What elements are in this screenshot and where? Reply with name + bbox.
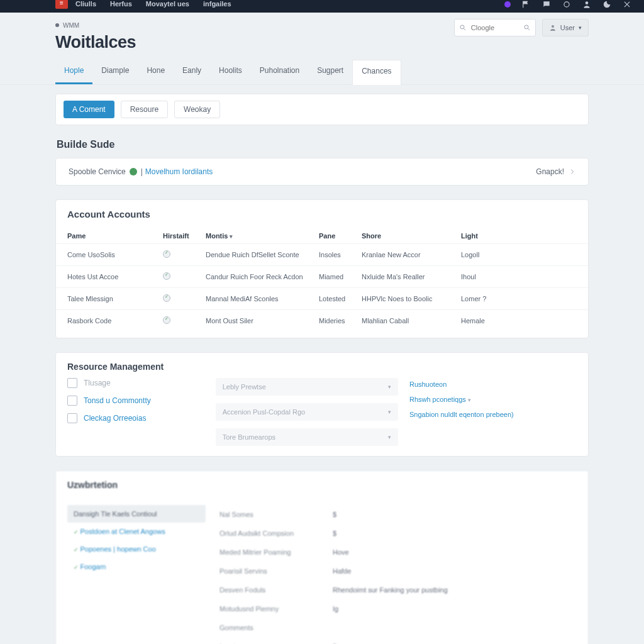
resource-check-row[interactable]: Cleckag Orreeoias (67, 413, 204, 423)
resoure-button[interactable]: Resoure (121, 101, 168, 118)
cell-hirstaift (163, 266, 206, 288)
uz-title: Uzwbrtetion (56, 471, 588, 496)
uz-key: Gomments (219, 624, 333, 631)
cell-pame: Come UsoSolis (56, 244, 163, 266)
tab-hone[interactable]: Hone (138, 60, 174, 84)
strip-separator: | (141, 167, 143, 176)
uz-key: Orlud Audsikt Compsion (219, 530, 333, 537)
flag-icon[interactable] (522, 0, 531, 9)
global-search[interactable] (454, 19, 536, 36)
tab-hoolits[interactable]: Hoolits (210, 60, 251, 84)
moon-icon[interactable] (602, 0, 611, 9)
user-icon (549, 24, 557, 31)
breadcrumb[interactable]: WMM (63, 22, 79, 29)
table-row[interactable]: Come UsoSolisDendue Ruich DfSellet Scont… (56, 244, 588, 266)
circle-icon[interactable] (562, 0, 571, 9)
topnav-item[interactable]: infgailes (203, 0, 231, 8)
uz-sidebar: Dansigh Tle Kaels Contioul Postdoen at C… (67, 505, 206, 644)
cell-pane[interactable]: Mideries (319, 310, 362, 332)
accounts-title: Account Accounts (56, 200, 588, 226)
tab-chances[interactable]: Chances (352, 60, 401, 85)
person-icon[interactable] (582, 0, 591, 9)
tab-sugpert[interactable]: Sugpert (308, 60, 352, 84)
topnav-item[interactable]: Cliulls (75, 0, 96, 8)
col-montis[interactable]: Montis (206, 226, 319, 244)
checkbox-icon[interactable] (67, 396, 77, 406)
uz-key: Nal Somes (219, 511, 333, 518)
resource-select[interactable]: Tore Brumearops▾ (216, 428, 398, 446)
col-shore[interactable]: Shore (362, 226, 461, 244)
resource-check-row[interactable]: Tlusage (67, 378, 204, 388)
close-icon[interactable] (623, 0, 631, 9)
weokay-button[interactable]: Weokay (174, 101, 220, 118)
cell-pane[interactable]: Miamed (319, 266, 362, 288)
cell-light: Logoll (461, 244, 588, 266)
resource-select[interactable]: Lebly Prewtse▾ (216, 378, 398, 396)
cell-shore: Kranlae New Accor (362, 244, 461, 266)
col-pane[interactable]: Pane (319, 226, 362, 244)
user-label: User (560, 24, 575, 31)
tab-puholnation[interactable]: Puholnation (251, 60, 308, 84)
uz-detail-row: Gomments (219, 618, 577, 637)
resource-select[interactable]: Accenion Pusl-Copdal Rgo▾ (216, 403, 398, 421)
user-menu[interactable]: User ▾ (542, 19, 589, 36)
svg-point-0 (564, 2, 569, 7)
uz-side-item[interactable]: Postdoen at Clenet Angows (67, 523, 206, 540)
resource-check-label: Cleckag Orreeoias (84, 414, 146, 423)
topnav-item[interactable]: Herfus (110, 0, 132, 8)
chevron-down-icon: ▾ (388, 384, 391, 390)
tab-hople[interactable]: Hople (55, 60, 92, 84)
uz-card: Uzwbrtetion Dansigh Tle Kaels Contioul P… (55, 470, 589, 644)
chat-icon[interactable] (542, 0, 551, 9)
cell-pane[interactable]: Insoles (319, 244, 362, 266)
action-button-row: A Coment Resoure Weokay (55, 94, 589, 125)
resource-check-row[interactable]: Tonsd u Commontty (67, 396, 204, 406)
resource-select-label: Lebly Prewtse (223, 383, 266, 391)
cell-montis: Mont Oust Siler (206, 310, 319, 332)
resource-title: Resource Management (56, 353, 588, 378)
col-light[interactable]: Light (461, 226, 588, 244)
uz-value: Hove (333, 548, 349, 556)
uz-detail-row: Motudusnd PiemnyIg (219, 599, 577, 618)
primary-action-button[interactable]: A Coment (64, 101, 114, 118)
cell-hirstaift (163, 288, 206, 310)
tab-diample[interactable]: Diample (92, 60, 138, 84)
table-row[interactable]: Talee MlessignMannal MediAf SconlesLotes… (56, 288, 588, 310)
service-strip-card: Spooble Cenvice | Movelhum Iordilants Gn… (55, 158, 589, 186)
resource-card: Resource Management Tlusage Tonsd u Comm… (55, 352, 589, 457)
strip-right-label[interactable]: Gnapck! (536, 167, 564, 176)
resource-link[interactable]: Sngabion nuldlt eqenton prebeen) (409, 411, 577, 418)
table-row[interactable]: Hotes Ust AccoeCandur Ruich Foor Reck Ac… (56, 266, 588, 288)
cell-montis: Dendue Ruich DfSellet Sconte (206, 244, 319, 266)
uz-value: $ (333, 511, 336, 518)
cell-light: Hemale (461, 310, 588, 332)
checkbox-icon[interactable] (67, 378, 77, 388)
tab-eanly[interactable]: Eanly (174, 60, 210, 84)
table-row[interactable]: Rasbork CodeMont Oust SilerMideriesMlahl… (56, 310, 588, 332)
col-pame[interactable]: Pame (56, 226, 163, 244)
resource-link[interactable]: Rushuoteon (409, 380, 577, 388)
uz-side-item[interactable]: Popoenes | hopewn Coo (67, 540, 206, 558)
brand-logo[interactable]: ≡ (55, 0, 68, 9)
col-hirstaift[interactable]: Hirstaift (163, 226, 206, 244)
chevron-down-icon: ▾ (388, 434, 391, 440)
cell-shore: HHPVlc Noes to Boolic (362, 288, 461, 310)
notification-dot-icon[interactable] (504, 1, 511, 8)
uz-detail-row: Poarisil ServinsHafde (219, 562, 577, 580)
strip-link[interactable]: Movelhum Iordilants (145, 167, 213, 176)
uz-key: Motudusnd Piemny (219, 605, 333, 613)
topnav-item[interactable]: Movaytel ues (146, 0, 189, 8)
chevron-right-icon[interactable] (569, 169, 575, 175)
search-submit-icon[interactable] (523, 24, 531, 31)
chevron-down-icon: ▾ (579, 25, 582, 31)
uz-key: Desven Foduls (219, 586, 333, 594)
checkbox-icon[interactable] (67, 413, 77, 423)
uz-detail-row: Nal Somes$ (219, 505, 577, 524)
accounts-card: Account Accounts Pame Hirstaift Montis P… (55, 199, 589, 338)
resource-link[interactable]: Rhswh pconetiqgs ▾ (409, 396, 577, 403)
uz-side-item[interactable]: Foogarn (67, 558, 206, 575)
cell-pane[interactable]: Lotested (319, 288, 362, 310)
uz-side-item[interactable]: Dansigh Tle Kaels Contioul (67, 505, 206, 523)
chevron-down-icon: ▾ (468, 397, 471, 403)
cell-pame: Talee Mlessign (56, 288, 163, 310)
